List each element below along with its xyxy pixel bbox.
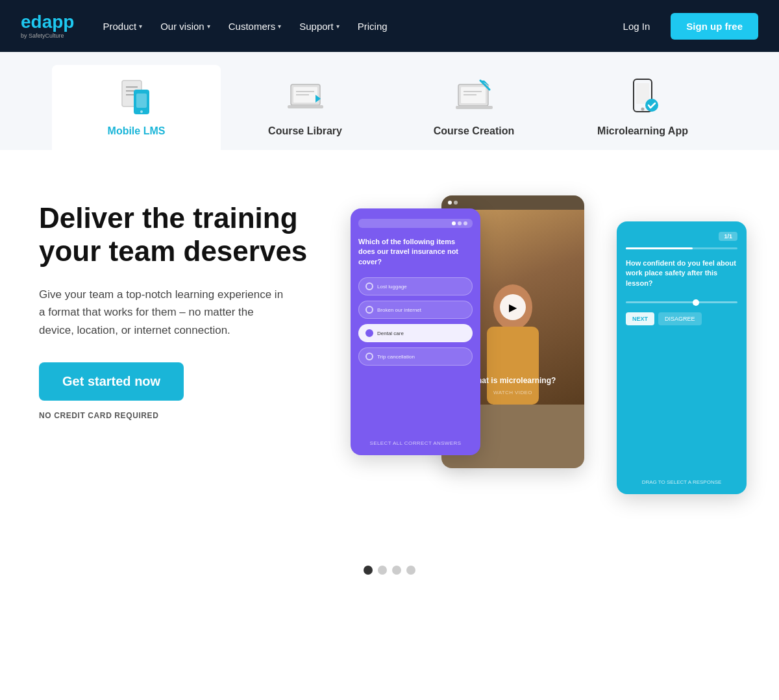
chevron-down-icon: ▾ xyxy=(278,23,281,30)
dot xyxy=(452,221,456,225)
chevron-down-icon: ▾ xyxy=(336,23,340,30)
navbar: edapp by SafetyCulture Product ▾ Our vis… xyxy=(0,0,779,52)
survey-options: NEXT DISAGREE xyxy=(626,312,737,325)
quiz-option-2[interactable]: Broken our internet xyxy=(358,301,473,319)
survey-slider[interactable] xyxy=(626,301,737,303)
hero-title: Deliver the training your team deserves xyxy=(39,202,312,268)
quiz-question: Which of the following items does our tr… xyxy=(358,237,473,267)
hero-section: Deliver the training your team deserves … xyxy=(39,189,312,420)
quiz-footer: SELECT ALL CORRECT ANSWERS xyxy=(358,440,473,446)
survey-footer: DRAG TO SELECT A RESPONSE xyxy=(626,479,737,485)
microlearning-icon xyxy=(620,75,665,118)
signup-button[interactable]: Sign up free xyxy=(671,13,758,40)
mobile-lms-icon xyxy=(114,75,159,118)
chevron-down-icon: ▾ xyxy=(207,23,210,30)
hero-image-area: Which of the following items does our tr… xyxy=(338,189,753,527)
chevron-down-icon: ▾ xyxy=(139,23,142,30)
nav-links: Product ▾ Our vision ▾ Customers ▾ Suppo… xyxy=(95,16,607,37)
survey-option-next[interactable]: NEXT xyxy=(626,312,654,325)
survey-option-disagree[interactable]: DISAGREE xyxy=(658,312,702,325)
survey-progress-bar xyxy=(626,247,737,249)
svg-rect-17 xyxy=(456,106,493,109)
quiz-card-header xyxy=(358,219,473,228)
nav-item-customers[interactable]: Customers ▾ xyxy=(221,16,290,37)
tab-course-creation[interactable]: Course Creation xyxy=(390,65,558,150)
logo[interactable]: edapp by SafetyCulture xyxy=(21,13,74,39)
tabs-row: Mobile LMS Course Library xyxy=(26,65,753,150)
nav-item-our-vision[interactable]: Our vision ▾ xyxy=(153,16,218,37)
tab-microlearning[interactable]: Microlearning App xyxy=(558,65,727,150)
no-credit-card-label: NO CREDIT CARD REQUIRED xyxy=(39,411,312,420)
course-library-icon xyxy=(282,75,328,118)
indicator-dot-2[interactable] xyxy=(378,566,387,575)
quiz-progress-dots xyxy=(364,221,467,225)
course-creation-icon xyxy=(451,75,497,118)
tab-course-library-label: Course Library xyxy=(268,125,342,137)
dot xyxy=(464,221,467,225)
indicator-dot-3[interactable] xyxy=(392,566,401,575)
svg-rect-11 xyxy=(288,105,323,108)
tab-course-creation-label: Course Creation xyxy=(434,125,514,137)
indicator-dot-1[interactable] xyxy=(364,566,373,575)
main-content: Deliver the training your team deserves … xyxy=(0,150,779,553)
svg-point-6 xyxy=(140,110,143,113)
logo-text: edapp xyxy=(21,13,74,31)
quiz-option-3[interactable]: Dental care xyxy=(358,324,473,342)
svg-point-22 xyxy=(641,108,644,111)
tab-mobile-lms-label: Mobile LMS xyxy=(108,125,166,137)
survey-top: 1/1 xyxy=(626,232,737,241)
cta-button[interactable]: Get started now xyxy=(39,362,184,401)
dot xyxy=(448,201,452,205)
video-card-top xyxy=(441,195,584,210)
quiz-option-4[interactable]: Trip cancellation xyxy=(358,347,473,366)
svg-point-23 xyxy=(645,99,658,112)
survey-card: 1/1 How confident do you feel about work… xyxy=(617,221,747,494)
dot xyxy=(454,201,458,205)
hero-description: Give your team a top-notch learning expe… xyxy=(39,286,286,339)
nav-item-support[interactable]: Support ▾ xyxy=(291,16,347,37)
quiz-card: Which of the following items does our tr… xyxy=(351,208,480,455)
indicator-dot-4[interactable] xyxy=(406,566,415,575)
play-button[interactable]: ▶ xyxy=(500,294,526,320)
feature-tabs-section: Mobile LMS Course Library xyxy=(0,52,779,150)
dot xyxy=(458,221,462,225)
tab-mobile-lms[interactable]: Mobile LMS xyxy=(52,65,221,150)
logo-tagline: by SafetyCulture xyxy=(21,32,74,39)
svg-rect-5 xyxy=(136,94,147,108)
tab-course-library[interactable]: Course Library xyxy=(221,65,390,150)
slide-indicators xyxy=(0,553,779,594)
login-button[interactable]: Log In xyxy=(613,16,661,37)
nav-item-product[interactable]: Product ▾ xyxy=(95,16,150,37)
quiz-option-1[interactable]: Lost luggage xyxy=(358,277,473,295)
survey-question: How confident do you feel about work pla… xyxy=(626,258,737,288)
tab-microlearning-label: Microlearning App xyxy=(597,125,688,137)
nav-item-pricing[interactable]: Pricing xyxy=(350,16,395,37)
